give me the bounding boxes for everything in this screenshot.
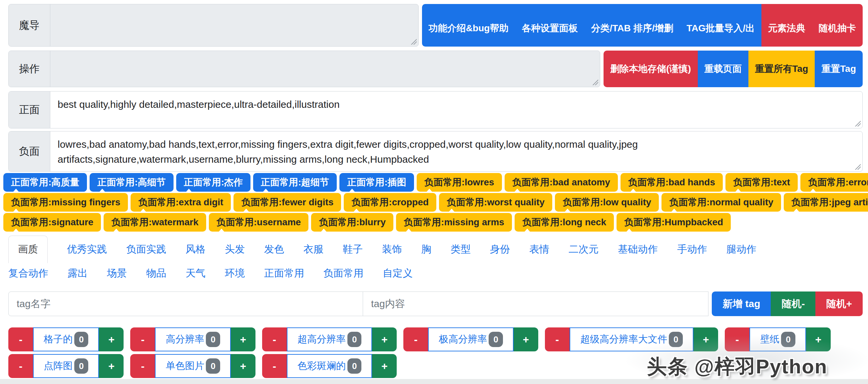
tag-pill[interactable]: 负面常用:blurry <box>311 213 393 232</box>
tag-pill[interactable]: 正面常用:高细节 <box>90 173 173 192</box>
tag-pill[interactable]: 负面常用:lowres <box>417 173 502 192</box>
tab[interactable]: 身份 <box>490 243 510 256</box>
tab[interactable]: 头发 <box>225 243 245 256</box>
tab[interactable]: 自定义 <box>383 267 413 280</box>
stepper-tag[interactable]: 格子的 0 <box>33 327 99 351</box>
tab[interactable]: 画质 <box>8 236 48 263</box>
tab[interactable]: 正面常用 <box>264 267 304 280</box>
tab[interactable]: 腿动作 <box>726 243 756 256</box>
tab[interactable]: 鞋子 <box>343 243 363 256</box>
stepper-minus-button[interactable]: - <box>262 327 287 351</box>
toolbar-button[interactable]: 随机抽卡 <box>812 4 863 46</box>
tab[interactable]: 天气 <box>186 267 206 280</box>
tab[interactable]: 露出 <box>68 267 88 280</box>
tag-pill[interactable]: 负面常用:fewer digits <box>234 193 341 212</box>
tab[interactable]: 发色 <box>264 243 284 256</box>
tag-pill[interactable]: 负面常用:low quality <box>555 193 659 212</box>
stepper-minus-button[interactable]: - <box>403 327 428 351</box>
resize-handle-icon[interactable] <box>411 39 417 44</box>
tag-name-input[interactable] <box>8 291 363 316</box>
stepper-minus-button[interactable]: - <box>130 327 155 351</box>
tag-pill[interactable]: 负面常用:missing fingers <box>3 193 128 212</box>
stepper-minus-button[interactable]: - <box>8 327 33 351</box>
tag-content-input[interactable] <box>363 291 709 316</box>
tag-pill[interactable]: 负面常用:extra digit <box>130 193 231 212</box>
tab[interactable]: 环境 <box>225 267 245 280</box>
tab[interactable]: 场景 <box>107 267 127 280</box>
stepper-tag[interactable]: 超级高分辨率大文件 0 <box>569 327 693 351</box>
stepper-plus-button[interactable]: + <box>231 354 255 378</box>
stepper-plus-button[interactable]: + <box>372 354 397 378</box>
stepper-minus-button[interactable]: - <box>725 327 749 351</box>
resize-handle-icon[interactable] <box>855 121 861 127</box>
tab[interactable]: 衣服 <box>304 243 323 256</box>
stepper-tag[interactable]: 超高分辨率 0 <box>287 327 372 351</box>
tag-pill[interactable]: 负面常用:text <box>725 173 798 192</box>
negative-prompt-textarea[interactable]: lowres,bad anatomy,bad hands,text,error,… <box>50 132 862 171</box>
tag-pill[interactable]: 正面常用:杰作 <box>176 173 250 192</box>
stepper-plus-button[interactable]: + <box>99 354 124 378</box>
toolbar-button[interactable]: 分类/TAB 排序/增删 <box>584 4 680 46</box>
tag-pill[interactable]: 负面常用:bad anatomy <box>505 173 618 192</box>
tag-pill[interactable]: 负面常用:watermark <box>103 213 206 232</box>
action-textarea[interactable] <box>50 51 600 87</box>
tab[interactable]: 表情 <box>529 243 549 256</box>
tag-pill[interactable]: 负面常用:bad hands <box>621 173 723 192</box>
stepper-tag[interactable]: 壁纸 0 <box>749 327 806 351</box>
stepper-tag[interactable]: 色彩斑斓的 0 <box>287 354 372 378</box>
resize-handle-icon[interactable] <box>593 79 598 85</box>
toolbar-button[interactable]: 功能介绍&bug帮助 <box>422 4 515 46</box>
add-tag-button[interactable]: 新增 tag <box>712 291 771 316</box>
stepper-plus-button[interactable]: + <box>693 327 718 351</box>
stepper-plus-button[interactable]: + <box>514 327 538 351</box>
tag-pill[interactable]: 负面常用:jpeg artifacts <box>784 193 868 212</box>
tag-pill[interactable]: 正面常用:高质量 <box>3 173 87 192</box>
tag-pill[interactable]: 负面常用:long neck <box>515 213 614 232</box>
stepper-plus-button[interactable]: + <box>372 327 397 351</box>
action-button[interactable]: 重载页面 <box>698 50 748 87</box>
stepper-minus-button[interactable]: - <box>8 354 33 378</box>
tab[interactable]: 负面常用 <box>323 267 363 280</box>
tag-pill[interactable]: 负面常用:signature <box>3 213 101 232</box>
tag-pill[interactable]: 负面常用:worst quality <box>439 193 552 212</box>
stepper-plus-button[interactable]: + <box>806 327 831 351</box>
tag-pill[interactable]: 正面常用:插图 <box>339 173 414 192</box>
magic-textarea[interactable] <box>50 4 418 46</box>
resize-handle-icon[interactable] <box>855 164 861 170</box>
tab[interactable]: 风格 <box>186 243 206 256</box>
stepper-tag[interactable]: 高分辨率 0 <box>155 327 230 351</box>
tab[interactable]: 物品 <box>146 267 166 280</box>
tab[interactable]: 胸 <box>421 243 431 256</box>
stepper-tag[interactable]: 单色图片 0 <box>155 354 230 378</box>
stepper-tag[interactable]: 极高分辨率 0 <box>428 327 513 351</box>
tab[interactable]: 负面实践 <box>126 243 166 256</box>
action-button[interactable]: 重置所有Tag <box>748 50 815 87</box>
random-minus-button[interactable]: 随机- <box>771 291 815 316</box>
stepper-plus-button[interactable]: + <box>231 327 255 351</box>
tab[interactable]: 装饰 <box>382 243 402 256</box>
random-plus-button[interactable]: 随机+ <box>815 291 863 316</box>
tag-pill[interactable]: 负面常用:cropped <box>344 193 436 212</box>
tag-pill[interactable]: 负面常用:missing arms <box>396 213 512 232</box>
stepper-plus-button[interactable]: + <box>99 327 124 351</box>
toolbar-button[interactable]: 元素法典 <box>762 4 812 46</box>
positive-prompt-textarea[interactable]: best quality,highly detailed,masterpiece… <box>50 92 862 128</box>
stepper-tag[interactable]: 点阵图 0 <box>33 354 99 378</box>
stepper-minus-button[interactable]: - <box>545 327 569 351</box>
tab[interactable]: 手动作 <box>677 243 707 256</box>
tag-pill[interactable]: 负面常用:username <box>209 213 309 232</box>
tab[interactable]: 基础动作 <box>618 243 658 256</box>
toolbar-button[interactable]: TAG批量导入/出 <box>680 4 762 46</box>
toolbar-button[interactable]: 各种设置面板 <box>515 4 584 46</box>
stepper-minus-button[interactable]: - <box>262 354 287 378</box>
action-button[interactable]: 重置Tag <box>815 50 863 87</box>
tag-pill[interactable]: 负面常用:error <box>800 173 868 192</box>
tab[interactable]: 复合动作 <box>8 267 48 280</box>
tab[interactable]: 二次元 <box>568 243 598 256</box>
action-button[interactable]: 删除本地存储(谨慎) <box>603 50 698 87</box>
stepper-minus-button[interactable]: - <box>130 354 155 378</box>
tag-pill[interactable]: 负面常用:normal quality <box>661 193 781 212</box>
tab[interactable]: 类型 <box>451 243 471 256</box>
tag-pill[interactable]: 负面常用:Humpbacked <box>617 213 731 232</box>
tab[interactable]: 优秀实践 <box>67 243 107 256</box>
